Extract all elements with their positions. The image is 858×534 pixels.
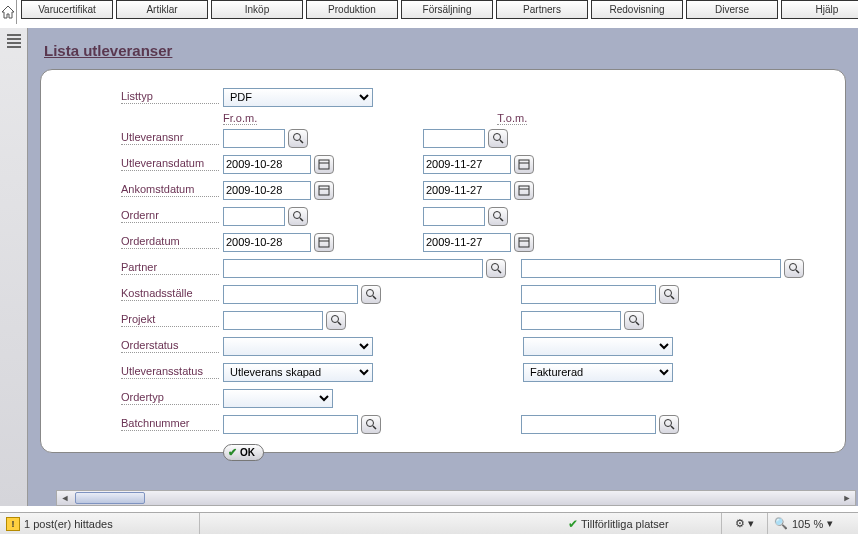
calendar-icon[interactable] xyxy=(514,155,534,174)
label-ordernr: Ordernr xyxy=(121,209,219,223)
utleveransstatus-from-select[interactable]: Utleverans skapad xyxy=(223,363,373,382)
warning-icon: ! xyxy=(6,517,20,531)
search-icon[interactable] xyxy=(361,415,381,434)
tab-inkop[interactable]: Inköp xyxy=(211,0,303,19)
listtyp-select[interactable]: PDF xyxy=(223,88,373,107)
partner-from-input[interactable] xyxy=(223,259,483,278)
check-icon: ✔ xyxy=(228,446,237,459)
ok-button[interactable]: ✔OK xyxy=(223,444,264,461)
ordernr-from-input[interactable] xyxy=(223,207,285,226)
label-utleveransnr: Utleveransnr xyxy=(121,131,219,145)
settings-icon[interactable]: ⚙ ▾ xyxy=(735,517,754,530)
batchnummer-to-input[interactable] xyxy=(521,415,656,434)
tab-artiklar[interactable]: Artiklar xyxy=(116,0,208,19)
tab-produktion[interactable]: Produktion xyxy=(306,0,398,19)
search-icon[interactable] xyxy=(288,207,308,226)
svg-line-33 xyxy=(373,426,376,429)
search-icon[interactable] xyxy=(486,259,506,278)
ok-label: OK xyxy=(240,447,255,458)
ankomstdatum-to-input[interactable] xyxy=(423,181,511,200)
orderstatus-from-select[interactable] xyxy=(223,337,373,356)
utleveransdatum-from-input[interactable] xyxy=(223,155,311,174)
svg-point-2 xyxy=(494,134,501,141)
projekt-to-input[interactable] xyxy=(521,311,621,330)
menu-bar: Varucertifikat Artiklar Inköp Produktion… xyxy=(21,0,858,19)
label-ordertyp: Ordertyp xyxy=(121,391,219,405)
utleveransstatus-to-select[interactable]: Fakturerad xyxy=(523,363,673,382)
col-header-from: Fr.o.m. xyxy=(223,112,257,125)
svg-line-31 xyxy=(636,322,639,325)
search-icon[interactable] xyxy=(288,129,308,148)
search-icon[interactable] xyxy=(624,311,644,330)
label-ankomstdatum: Ankomstdatum xyxy=(121,183,219,197)
svg-rect-4 xyxy=(319,160,329,169)
svg-point-0 xyxy=(294,134,301,141)
tab-partners[interactable]: Partners xyxy=(496,0,588,19)
svg-line-23 xyxy=(796,270,799,273)
partner-to-input[interactable] xyxy=(521,259,781,278)
utleveransnr-to-input[interactable] xyxy=(423,129,485,148)
svg-point-28 xyxy=(332,316,339,323)
svg-line-27 xyxy=(671,296,674,299)
search-icon[interactable] xyxy=(326,311,346,330)
utleveransdatum-to-input[interactable] xyxy=(423,155,511,174)
svg-line-21 xyxy=(498,270,501,273)
calendar-icon[interactable] xyxy=(314,155,334,174)
projekt-from-input[interactable] xyxy=(223,311,323,330)
kostnadsstalle-to-input[interactable] xyxy=(521,285,656,304)
label-utleveransdatum: Utleveransdatum xyxy=(121,157,219,171)
svg-point-26 xyxy=(665,290,672,297)
kostnadsstalle-from-input[interactable] xyxy=(223,285,358,304)
calendar-icon[interactable] xyxy=(514,233,534,252)
scroll-right-icon[interactable]: ► xyxy=(839,493,855,503)
svg-point-12 xyxy=(294,212,301,219)
svg-rect-10 xyxy=(519,186,529,195)
svg-point-24 xyxy=(367,290,374,297)
svg-line-3 xyxy=(500,140,503,143)
orderstatus-to-select[interactable] xyxy=(523,337,673,356)
svg-point-30 xyxy=(630,316,637,323)
orderdatum-from-input[interactable] xyxy=(223,233,311,252)
status-bar: ! 1 post(er) hittades ✔ Tillförlitliga p… xyxy=(0,512,858,534)
search-icon[interactable] xyxy=(659,285,679,304)
home-icon[interactable] xyxy=(0,0,17,24)
search-icon[interactable] xyxy=(784,259,804,278)
orderdatum-to-input[interactable] xyxy=(423,233,511,252)
batchnummer-from-input[interactable] xyxy=(223,415,358,434)
filter-panel: Listtyp PDF Fr.o.m. T.o.m. Utleveransnr … xyxy=(40,69,846,453)
tab-varucertifikat[interactable]: Varucertifikat xyxy=(21,0,113,19)
calendar-icon[interactable] xyxy=(514,181,534,200)
search-icon[interactable] xyxy=(361,285,381,304)
label-batchnummer: Batchnummer xyxy=(121,417,219,431)
svg-line-1 xyxy=(300,140,303,143)
menu-icon[interactable] xyxy=(7,34,21,48)
ordernr-to-input[interactable] xyxy=(423,207,485,226)
ordertyp-select[interactable] xyxy=(223,389,333,408)
svg-line-13 xyxy=(300,218,303,221)
tab-redovisning[interactable]: Redovisning xyxy=(591,0,683,19)
tab-forsaljning[interactable]: Försäljning xyxy=(401,0,493,19)
search-icon[interactable] xyxy=(659,415,679,434)
status-trust: Tillförlitliga platser xyxy=(581,518,669,530)
svg-rect-6 xyxy=(519,160,529,169)
svg-point-22 xyxy=(790,264,797,271)
label-projekt: Projekt xyxy=(121,313,219,327)
horizontal-scrollbar[interactable]: ◄ ► xyxy=(56,490,856,506)
svg-point-20 xyxy=(492,264,499,271)
scroll-left-icon[interactable]: ◄ xyxy=(57,493,73,503)
utleveransnr-from-input[interactable] xyxy=(223,129,285,148)
label-orderdatum: Orderdatum xyxy=(121,235,219,249)
chevron-down-icon[interactable]: ▾ xyxy=(827,517,833,530)
status-message: 1 post(er) hittades xyxy=(24,518,113,530)
zoom-icon[interactable]: 🔍 xyxy=(774,517,788,530)
ankomstdatum-from-input[interactable] xyxy=(223,181,311,200)
zoom-level: 105 % xyxy=(792,518,823,530)
tab-hjalp[interactable]: Hjälp xyxy=(781,0,858,19)
tab-diverse[interactable]: Diverse xyxy=(686,0,778,19)
calendar-icon[interactable] xyxy=(314,233,334,252)
scrollbar-thumb[interactable] xyxy=(75,492,145,504)
search-icon[interactable] xyxy=(488,129,508,148)
search-icon[interactable] xyxy=(488,207,508,226)
label-partner: Partner xyxy=(121,261,219,275)
calendar-icon[interactable] xyxy=(314,181,334,200)
